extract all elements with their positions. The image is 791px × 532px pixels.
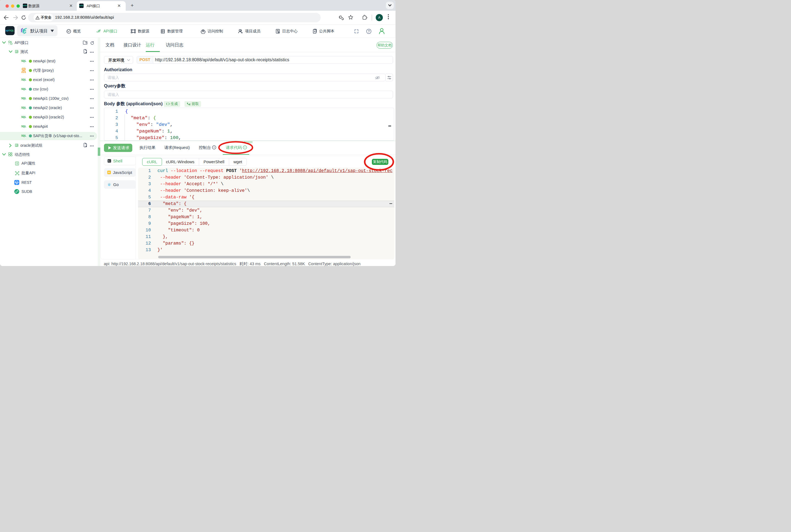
svg-text:P: P [24, 30, 26, 34]
svg-text:REST: REST [15, 182, 18, 183]
svg-text:API: API [22, 68, 25, 70]
